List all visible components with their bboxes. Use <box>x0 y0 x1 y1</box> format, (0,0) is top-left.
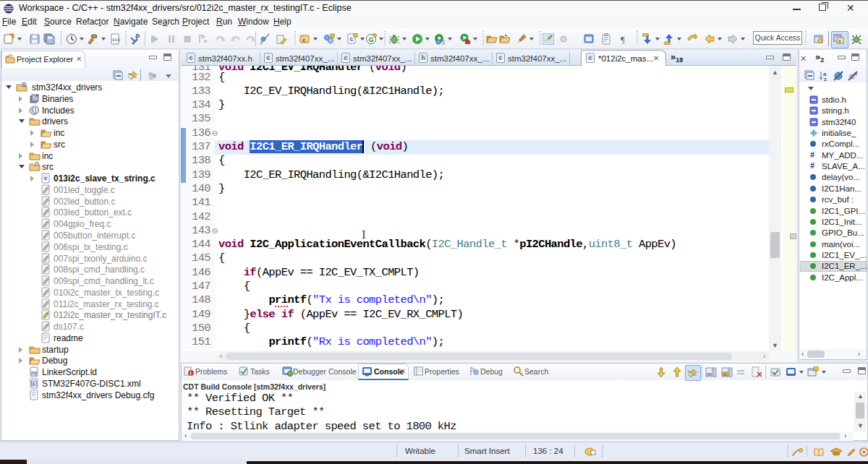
svg-text:h: h <box>421 54 425 61</box>
svg-text:c: c <box>266 54 270 61</box>
svg-text:z: z <box>824 76 827 82</box>
svg-text:c: c <box>189 54 192 61</box>
svg-text:c: c <box>44 175 48 181</box>
svg-text:G: G <box>369 36 374 43</box>
svg-text:c: c <box>350 35 354 43</box>
svg-text:c: c <box>344 54 347 61</box>
svg-text:x: x <box>33 381 35 386</box>
svg-text:010: 010 <box>112 38 120 43</box>
svg-text:c: c <box>588 54 592 61</box>
svg-text:ld: ld <box>32 372 35 377</box>
svg-text:!: ! <box>190 371 192 376</box>
svg-text:c: c <box>838 38 841 43</box>
svg-text:¶: ¶ <box>621 34 625 45</box>
svg-text:c: c <box>302 37 306 43</box>
svg-text:c: c <box>498 54 502 61</box>
